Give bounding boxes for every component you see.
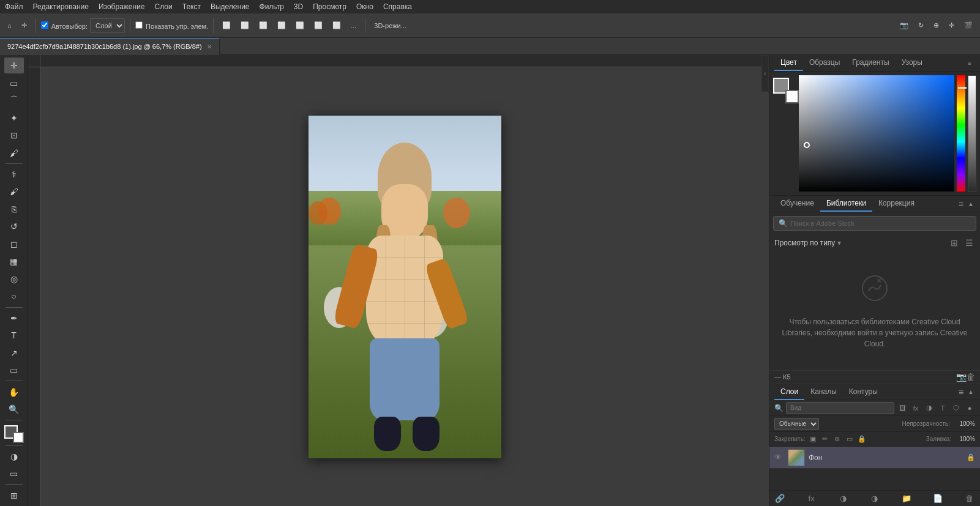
menu-3d[interactable]: 3D xyxy=(294,2,303,11)
path-selection-tool[interactable]: ↗ xyxy=(4,344,24,360)
rectangle-tool[interactable]: ▭ xyxy=(4,362,24,378)
layers-panel-menu[interactable]: ≡ xyxy=(956,387,967,398)
tab-libraries[interactable]: Библиотеки xyxy=(820,196,872,212)
eyedropper-tool[interactable]: 🖌 xyxy=(4,144,24,160)
background-color[interactable] xyxy=(13,432,24,443)
zoom-tool[interactable]: 🔍 xyxy=(4,401,24,417)
add-mask-btn[interactable]: ◑ xyxy=(837,493,848,504)
menu-image[interactable]: Изображение xyxy=(99,2,145,11)
dodge-tool[interactable]: ○ xyxy=(4,288,24,304)
history-brush-tool[interactable]: ↺ xyxy=(4,218,24,234)
hue-slider[interactable] xyxy=(957,75,965,192)
layers-expand-btn[interactable]: ▲ xyxy=(968,389,975,395)
menu-window[interactable]: Окно xyxy=(356,2,373,11)
libraries-expand-btn[interactable]: ▲ xyxy=(968,201,975,207)
autoselect-checkbox[interactable] xyxy=(41,21,48,29)
lock-draw-btn[interactable]: ✏ xyxy=(820,434,830,444)
new-adjustment-btn[interactable]: ◑ xyxy=(869,493,880,504)
tab-color[interactable]: Цвет xyxy=(774,55,803,71)
tab-learning[interactable]: Обучение xyxy=(774,196,820,212)
menu-edit[interactable]: Редактирование xyxy=(33,2,89,11)
eraser-tool[interactable]: ◻ xyxy=(4,236,24,252)
more-options-btn[interactable]: ... xyxy=(347,17,360,34)
opacity-slider[interactable] xyxy=(968,75,976,192)
show-transform-checkbox[interactable] xyxy=(135,21,143,29)
align-right-btn[interactable]: ⬜ xyxy=(255,17,271,34)
filter-adjust-btn[interactable]: ◑ xyxy=(924,403,935,414)
align-top-btn[interactable]: ⬜ xyxy=(274,17,290,34)
selection-tool[interactable]: ▭ xyxy=(4,75,24,91)
lasso-tool[interactable]: ⌒ xyxy=(4,92,24,108)
film-btn[interactable]: 🎬 xyxy=(960,17,976,34)
quick-mask-tool[interactable]: ◑ xyxy=(4,448,24,464)
crosshair-btn[interactable]: ✛ xyxy=(945,17,958,34)
new-layer-btn[interactable]: 📄 xyxy=(932,493,943,504)
blur-tool[interactable]: ◎ xyxy=(4,271,24,287)
canvas-content[interactable] xyxy=(40,67,769,506)
menu-view[interactable]: Просмотр xyxy=(313,2,346,11)
tab-patterns[interactable]: Узоры xyxy=(896,55,929,71)
lock-pixels-btn[interactable]: ▣ xyxy=(808,434,818,444)
filter-fx-btn[interactable]: fx xyxy=(910,403,921,414)
autoselect-dropdown[interactable]: Слой xyxy=(90,18,125,33)
list-view-btn[interactable]: ☰ xyxy=(963,237,975,249)
move-tool[interactable]: ✛ xyxy=(4,58,24,73)
libraries-search[interactable]: 🔍 Поиск в Adobe Stock xyxy=(773,216,976,231)
color-panel-menu[interactable]: ≡ xyxy=(964,55,975,71)
tab-correction[interactable]: Коррекция xyxy=(872,196,921,212)
filter-active-btn[interactable]: ● xyxy=(964,403,975,414)
crop-tool[interactable]: ⊡ xyxy=(4,127,24,143)
target-btn[interactable]: ⊕ xyxy=(930,17,943,34)
tab-gradients[interactable]: Градиенты xyxy=(846,55,895,71)
tab-swatches[interactable]: Образцы xyxy=(803,55,846,71)
lock-move-btn[interactable]: ⊕ xyxy=(832,434,842,444)
file-tab-close[interactable]: ✕ xyxy=(207,43,212,50)
menu-text[interactable]: Текст xyxy=(182,2,201,11)
tab-paths[interactable]: Контуры xyxy=(843,384,884,400)
filter-type-btn[interactable]: 🖼 xyxy=(897,403,908,414)
spot-heal-tool[interactable]: ⚕ xyxy=(4,166,24,182)
lock-all-btn[interactable]: 🔒 xyxy=(857,434,867,444)
delete-layer-btn[interactable]: 🗑 xyxy=(964,493,975,504)
menu-file[interactable]: Файл xyxy=(5,2,23,11)
color-gradient[interactable] xyxy=(799,75,954,192)
menu-select[interactable]: Выделение xyxy=(211,2,250,11)
menu-filter[interactable]: Фильтр xyxy=(260,2,284,11)
align-center-btn[interactable]: ⬜ xyxy=(237,17,253,34)
menu-help[interactable]: Справка xyxy=(383,2,412,11)
tab-layers[interactable]: Слои xyxy=(774,384,804,400)
new-group-btn[interactable]: 📁 xyxy=(901,493,912,504)
tab-channels[interactable]: Каналы xyxy=(804,384,843,400)
move-tool-btn[interactable]: ✛ xyxy=(18,17,31,34)
view-dropdown-icon[interactable]: ▾ xyxy=(837,239,841,247)
file-tab[interactable]: 9274e4df2cfb7d9a1f48871b30c1b6d8 (1).jpg… xyxy=(0,38,220,55)
artboard-btn[interactable]: ⊞ xyxy=(4,487,24,503)
layer-blend-mode[interactable]: Обычные xyxy=(774,418,819,430)
table-row[interactable]: 👁 Фон 🔒 xyxy=(769,447,980,469)
layer-visibility-icon[interactable]: 👁 xyxy=(774,453,784,463)
align-bottom-btn[interactable]: ⬜ xyxy=(310,17,326,34)
magic-wand-tool[interactable]: ✦ xyxy=(4,110,24,125)
brush-tool[interactable]: 🖌 xyxy=(4,184,24,199)
camera-btn[interactable]: 📷 xyxy=(956,372,967,382)
collapse-panel-btn[interactable]: ‹ xyxy=(761,55,769,92)
grid-view-btn[interactable]: ⊞ xyxy=(948,237,960,249)
layer-fx-btn[interactable]: fx xyxy=(806,493,817,504)
mode-3d-btn[interactable]: 3D-режи... xyxy=(370,17,410,34)
libraries-panel-menu[interactable]: ≡ xyxy=(956,198,967,209)
type-tool[interactable]: T xyxy=(4,327,24,343)
layers-search-input[interactable]: Вид xyxy=(786,402,894,414)
distribute-btn[interactable]: ⬜ xyxy=(329,17,345,34)
menu-layers[interactable]: Слои xyxy=(155,2,173,11)
trash-btn[interactable]: 🗑 xyxy=(967,372,975,382)
gradient-tool[interactable]: ▦ xyxy=(4,253,24,269)
rotate-btn[interactable]: ↻ xyxy=(915,17,927,34)
screen-mode-btn[interactable]: ▭ xyxy=(4,466,24,482)
pen-tool[interactable]: ✒ xyxy=(4,310,24,326)
camera-icon-btn[interactable]: 📷 xyxy=(896,17,912,34)
bg-swatch[interactable] xyxy=(785,90,799,103)
home-button[interactable]: ⌂ xyxy=(4,17,15,34)
lock-artboard-btn[interactable]: ▭ xyxy=(845,434,855,444)
hand-tool[interactable]: ✋ xyxy=(4,384,24,400)
link-layers-btn[interactable]: 🔗 xyxy=(774,493,785,504)
